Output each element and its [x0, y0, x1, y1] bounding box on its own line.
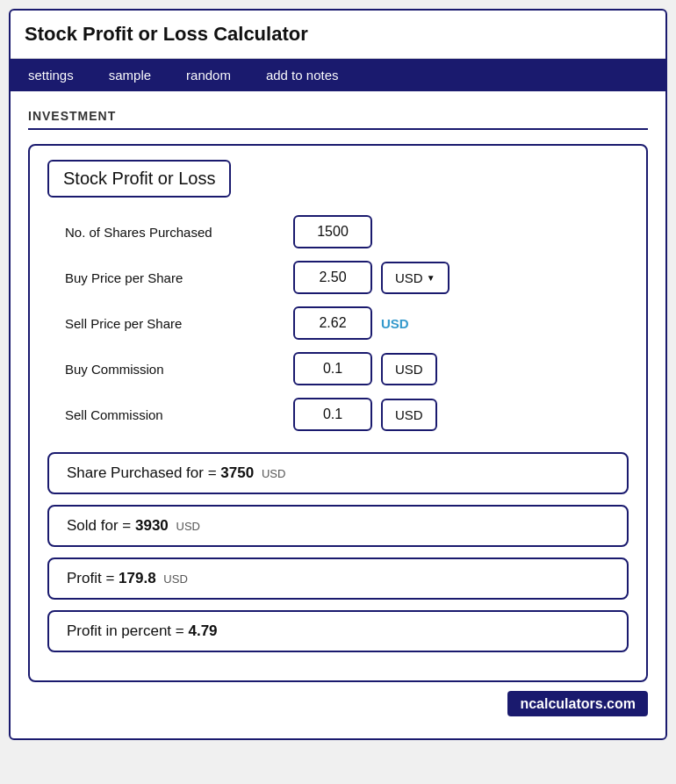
profit-percent-label: Profit in percent	[67, 622, 171, 639]
field-label-sell-price: Sell Price per Share	[65, 316, 293, 331]
sell-price-currency-label: USD	[381, 316, 409, 331]
sell-commission-input[interactable]	[293, 398, 372, 431]
brand-label: ncalculators.com	[507, 691, 648, 716]
chevron-down-icon: ▼	[427, 273, 435, 283]
profit-percent-result: Profit in percent = 4.79	[47, 610, 629, 652]
field-label-buy-price: Buy Price per Share	[65, 270, 293, 285]
buy-price-input[interactable]	[293, 261, 372, 294]
field-row-sell-commission: Sell Commission USD	[47, 398, 629, 431]
calculator-container: Stock Profit or Loss Calculator settings…	[9, 9, 667, 740]
profit-percent-value: 4.79	[188, 622, 217, 639]
profit-value: 179.8	[119, 570, 156, 586]
share-purchased-label: Share Purchased for	[67, 464, 204, 481]
sold-for-label: Sold for	[67, 517, 119, 534]
field-row-shares: No. of Shares Purchased	[47, 215, 629, 248]
main-content: INVESTMENT Stock Profit or Loss No. of S…	[11, 91, 665, 738]
currency-dropdown-label: USD	[395, 270, 423, 285]
field-label-buy-commission: Buy Commission	[65, 362, 293, 377]
tab-random[interactable]: random	[169, 59, 248, 91]
calc-title: Stock Profit or Loss	[47, 160, 231, 198]
calculator-box: Stock Profit or Loss No. of Shares Purch…	[28, 144, 648, 682]
field-label-shares: No. of Shares Purchased	[65, 225, 293, 240]
profit-unit: USD	[163, 572, 187, 586]
buy-commission-currency-label: USD	[395, 362, 423, 377]
sell-price-input[interactable]	[293, 306, 372, 340]
tab-sample[interactable]: sample	[91, 59, 169, 91]
currency-dropdown-btn[interactable]: USD ▼	[381, 262, 449, 294]
buy-commission-currency-btn[interactable]: USD	[381, 353, 437, 385]
sell-commission-currency-label: USD	[395, 407, 423, 422]
profit-eq: =	[105, 570, 119, 586]
tab-bar: settings sample random add to notes	[11, 59, 665, 91]
sold-for-value: 3930	[135, 517, 169, 534]
tab-settings[interactable]: settings	[11, 59, 91, 91]
share-purchased-unit: USD	[262, 467, 285, 480]
field-row-sell-price: Sell Price per Share USD	[47, 306, 629, 340]
sell-commission-currency-btn[interactable]: USD	[381, 399, 437, 431]
results-section: Share Purchased for = 3750 USD Sold for …	[47, 452, 629, 652]
share-purchased-value: 3750	[220, 464, 254, 481]
buy-commission-input[interactable]	[293, 352, 372, 385]
field-row-buy-price: Buy Price per Share USD ▼	[47, 261, 629, 294]
share-purchased-result: Share Purchased for = 3750 USD	[47, 452, 629, 494]
share-purchased-eq: =	[208, 464, 221, 481]
page-title: Stock Profit or Loss Calculator	[25, 23, 651, 46]
field-row-buy-commission: Buy Commission USD	[47, 352, 629, 385]
section-label: INVESTMENT	[28, 109, 648, 130]
footer-brand: ncalculators.com	[28, 696, 648, 712]
field-label-sell-commission: Sell Commission	[65, 407, 293, 422]
sold-for-unit: USD	[176, 520, 200, 533]
profit-percent-eq: =	[176, 622, 189, 639]
title-bar: Stock Profit or Loss Calculator	[11, 11, 665, 59]
profit-label: Profit	[67, 570, 102, 586]
profit-result: Profit = 179.8 USD	[47, 557, 629, 600]
sold-for-eq: =	[122, 517, 135, 534]
shares-purchased-input[interactable]	[293, 215, 372, 248]
tab-add-to-notes[interactable]: add to notes	[248, 59, 356, 91]
sold-for-result: Sold for = 3930 USD	[47, 505, 629, 547]
